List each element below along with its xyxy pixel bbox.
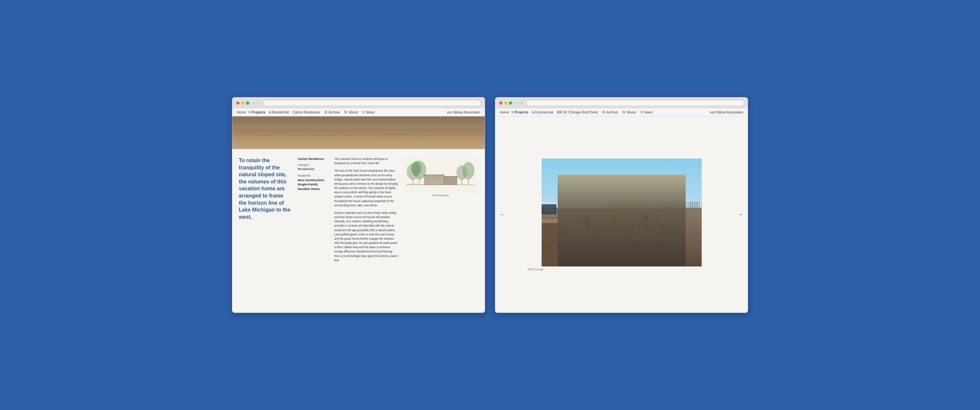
- nav-brand: von Weise Associates: [447, 110, 480, 114]
- address-bar[interactable]: [263, 100, 481, 106]
- nav-projects-num: II: [248, 110, 251, 114]
- close-button[interactable]: [236, 101, 239, 105]
- desc-3: Exterior materials such as clear-finish …: [334, 211, 399, 263]
- right-nav-sep-5: [620, 110, 622, 114]
- west-elevation-sketch: [403, 157, 478, 193]
- right-browser-window: ← → Home II Projects A Commercial 600 W.…: [495, 97, 748, 313]
- right-nav-bar: Home II Projects A Commercial 600 W. Chi…: [495, 108, 748, 116]
- forward-arrow-icon[interactable]: →: [257, 101, 260, 105]
- right-nav-about[interactable]: About: [627, 110, 636, 114]
- illustration-col: West Elevation: [403, 157, 478, 266]
- svg-line-3: [232, 142, 485, 142]
- svg-rect-75: [644, 221, 648, 230]
- nav-breadcrumb2[interactable]: Carton Residence: [293, 110, 320, 114]
- svg-rect-19: [447, 178, 449, 180]
- right-nav-sep-4: [600, 110, 602, 114]
- svg-rect-50: [610, 191, 615, 207]
- svg-point-25: [620, 165, 659, 178]
- minimize-button[interactable]: [241, 101, 244, 105]
- category-value: Residential: [298, 167, 329, 171]
- svg-point-9: [411, 161, 421, 175]
- nav-sep-6: [360, 110, 362, 114]
- svg-line-31: [542, 180, 702, 185]
- keyword-1: New Construction: [298, 178, 329, 182]
- nav-about[interactable]: About: [349, 110, 358, 114]
- right-nav-about-num: IV: [622, 110, 625, 114]
- svg-line-1: [232, 134, 485, 136]
- next-image-button[interactable]: →: [737, 211, 743, 218]
- left-traffic-lights: [236, 101, 249, 105]
- main-content-area: To retain the tranquility of the natural…: [232, 149, 485, 313]
- maximize-button[interactable]: [246, 101, 249, 105]
- svg-rect-62: [542, 207, 702, 266]
- svg-rect-54: [640, 191, 646, 207]
- svg-line-32: [542, 187, 702, 191]
- svg-point-76: [660, 216, 665, 222]
- nav-home[interactable]: Home: [237, 110, 246, 114]
- svg-rect-56: [656, 191, 661, 207]
- svg-point-59: [590, 185, 604, 201]
- svg-line-28: [542, 160, 702, 165]
- image-caption: North Lounge: [528, 268, 544, 271]
- left-browser-chrome: ← →: [232, 97, 485, 108]
- svg-rect-52: [623, 190, 630, 207]
- left-nav-links: Home II Projects A Residential Carton Re…: [237, 110, 375, 114]
- browser-nav-arrows: ← →: [252, 101, 260, 105]
- right-content-col: Carton Residence Category Residential Ke…: [298, 157, 478, 306]
- svg-rect-53: [633, 193, 638, 207]
- project-tagline: To retain the tranquility of the natural…: [239, 157, 291, 220]
- svg-point-61: [597, 187, 607, 200]
- project-image-area: ←: [495, 116, 748, 313]
- right-minimize-button[interactable]: [504, 101, 508, 105]
- svg-rect-71: [585, 222, 589, 230]
- right-nav-brand: von Weise Associates: [710, 110, 743, 114]
- right-nav-home[interactable]: Home: [500, 110, 509, 114]
- right-close-button[interactable]: [499, 101, 503, 105]
- nav-sep-3: [291, 110, 292, 114]
- right-address-bar[interactable]: [526, 100, 744, 106]
- nav-archive[interactable]: Archive: [329, 110, 340, 114]
- nav-archive-num: III: [325, 110, 327, 114]
- svg-rect-16: [426, 177, 430, 180]
- prev-image-button[interactable]: ←: [500, 211, 506, 218]
- svg-line-29: [542, 167, 702, 172]
- nav-news-num: V: [362, 110, 364, 114]
- nav-sep-4: [322, 110, 324, 114]
- svg-point-21: [463, 162, 474, 179]
- right-nav-archive[interactable]: Archive: [607, 110, 618, 114]
- svg-rect-64: [600, 227, 625, 242]
- right-nav-sep-3: [555, 110, 556, 114]
- right-nav-projects[interactable]: Projects: [515, 110, 528, 114]
- right-forward-arrow-icon[interactable]: →: [520, 101, 523, 105]
- svg-line-30: [542, 173, 702, 178]
- keyword-3: Vacation Home: [298, 187, 329, 191]
- svg-rect-42: [542, 159, 702, 191]
- right-maximize-button[interactable]: [509, 101, 512, 105]
- left-browser-content: To retain the tranquility of the natural…: [232, 116, 485, 313]
- right-nav-projects-num: II: [512, 110, 514, 114]
- left-sidebar: To retain the tranquility of the natural…: [239, 157, 291, 306]
- right-browser-nav-arrows: ← →: [515, 101, 523, 105]
- svg-rect-73: [611, 221, 616, 230]
- nav-news[interactable]: News: [366, 110, 374, 114]
- nav-breadcrumb1[interactable]: A Residential: [269, 110, 289, 114]
- right-nav-breadcrumb1[interactable]: A Commercial: [532, 110, 553, 114]
- right-nav-news[interactable]: News: [644, 110, 652, 114]
- description-content: This vacation home in southern Michigan …: [334, 157, 399, 266]
- svg-point-72: [611, 215, 616, 221]
- right-nav-news-num: V: [640, 110, 643, 114]
- right-nav-breadcrumb2[interactable]: 600 W. Chicago Roof Deck: [557, 110, 598, 114]
- svg-rect-51: [617, 195, 620, 207]
- svg-point-70: [585, 216, 590, 222]
- nav-projects[interactable]: Projects: [252, 110, 265, 114]
- right-back-arrow-icon[interactable]: ←: [515, 101, 519, 105]
- svg-rect-68: [576, 222, 579, 225]
- left-browser-window: ← → Home II Projects A Residential Carto…: [232, 97, 485, 313]
- svg-rect-65: [633, 226, 661, 242]
- svg-rect-4: [232, 116, 485, 129]
- svg-rect-58: [672, 192, 679, 207]
- sketch-caption: West Elevation: [432, 194, 449, 197]
- svg-point-27: [649, 168, 682, 179]
- back-arrow-icon[interactable]: ←: [252, 101, 255, 105]
- nav-sep-2: [267, 110, 268, 114]
